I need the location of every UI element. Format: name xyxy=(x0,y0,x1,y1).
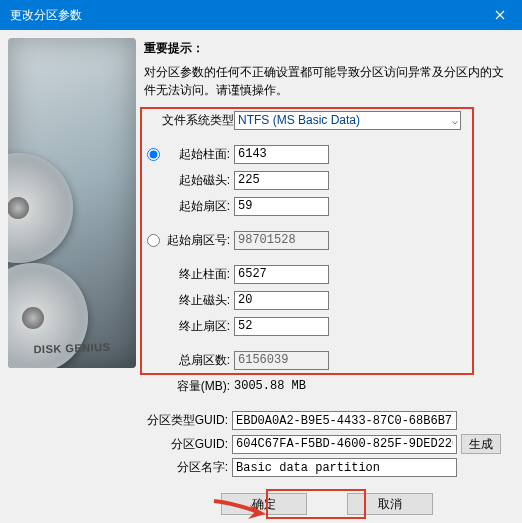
part-name-input[interactable] xyxy=(232,458,457,477)
tip-body: 对分区参数的任何不正确设置都可能导致分区访问异常及分区内的文件无法访问。请谨慎操… xyxy=(144,63,510,99)
end-sec-label: 终止扇区: xyxy=(162,318,234,335)
part-guid-input[interactable] xyxy=(232,435,457,454)
chevron-down-icon: ⌵ xyxy=(452,115,458,126)
fs-type-value: NTFS (MS Basic Data) xyxy=(238,113,360,127)
close-button[interactable] xyxy=(477,0,522,30)
start-sec-input[interactable] xyxy=(234,197,329,216)
fs-type-label: 文件系统类型: xyxy=(162,112,234,129)
end-head-label: 终止磁头: xyxy=(162,292,234,309)
start-head-label: 起始磁头: xyxy=(162,172,234,189)
part-guid-label: 分区GUID: xyxy=(144,436,232,453)
tip-heading: 重要提示： xyxy=(144,40,510,57)
close-icon xyxy=(495,10,505,20)
start-lba-input xyxy=(234,231,329,250)
part-name-label: 分区名字: xyxy=(144,459,232,476)
capacity-label: 容量(MB): xyxy=(162,378,234,395)
end-cyl-label: 终止柱面: xyxy=(162,266,234,283)
start-cyl-input[interactable] xyxy=(234,145,329,164)
chs-mode-radio[interactable] xyxy=(147,148,160,161)
sidebar-image: DISK GENIUS xyxy=(8,38,136,515)
cancel-button[interactable]: 取消 xyxy=(347,493,433,515)
ok-button[interactable]: 确定 xyxy=(221,493,307,515)
end-cyl-input[interactable] xyxy=(234,265,329,284)
lba-mode-radio[interactable] xyxy=(147,234,160,247)
capacity-value: 3005.88 MB xyxy=(234,379,306,393)
title-bar: 更改分区参数 xyxy=(0,0,522,30)
start-head-input[interactable] xyxy=(234,171,329,190)
fs-type-select[interactable]: NTFS (MS Basic Data) ⌵ xyxy=(234,111,461,130)
total-sec-value xyxy=(234,351,329,370)
end-sec-input[interactable] xyxy=(234,317,329,336)
start-lba-label: 起始扇区号: xyxy=(162,232,234,249)
generate-guid-button[interactable]: 生成 xyxy=(461,434,501,454)
start-cyl-label: 起始柱面: xyxy=(162,146,234,163)
type-guid-label: 分区类型GUID: xyxy=(144,412,232,429)
end-head-input[interactable] xyxy=(234,291,329,310)
window-title: 更改分区参数 xyxy=(10,7,82,24)
start-sec-label: 起始扇区: xyxy=(162,198,234,215)
total-sec-label: 总扇区数: xyxy=(162,352,234,369)
type-guid-input[interactable] xyxy=(232,411,457,430)
